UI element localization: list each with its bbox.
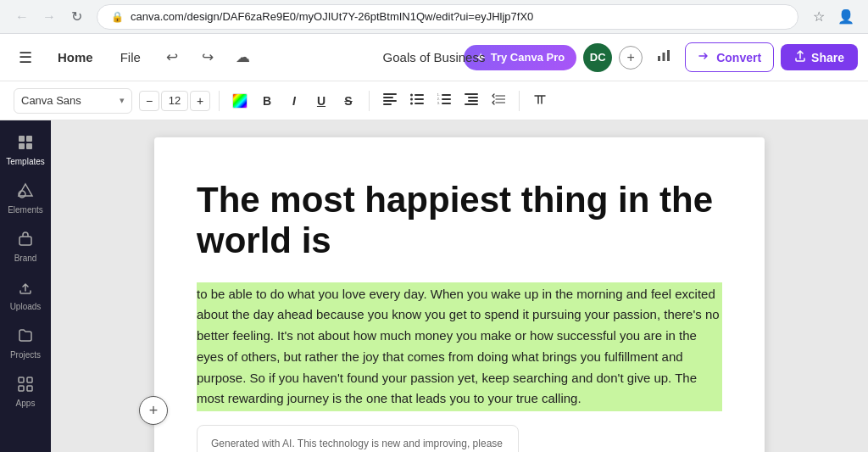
canvas-page: + The most happiest thing in the world i…: [154, 137, 765, 452]
sidebar-item-uploads[interactable]: Uploads: [3, 272, 48, 319]
star-button[interactable]: ☆: [807, 5, 831, 29]
italic-icon: I: [292, 94, 296, 108]
undo-button[interactable]: ↩: [158, 43, 186, 72]
uploads-label: Uploads: [10, 302, 42, 312]
toolbar-divider-2: [369, 91, 370, 111]
cloud-icon: ☁: [236, 48, 250, 66]
numbered-list-icon: 1. 2. 3.: [437, 93, 451, 108]
toolbar-divider-3: [519, 91, 520, 111]
address-bar[interactable]: 🔒 canva.com/design/DAF6zaRe9E0/myOJIUt7Y…: [97, 4, 798, 30]
browser-actions: ☆ 👤: [807, 5, 858, 29]
underline-button[interactable]: U: [309, 89, 333, 113]
font-size-controls: − +: [139, 91, 210, 111]
file-button[interactable]: File: [110, 45, 151, 70]
url-text: canva.com/design/DAF6zaRe9E0/myOJIUt7Y-2…: [131, 10, 784, 23]
font-size-input[interactable]: [161, 91, 188, 111]
svg-point-11: [410, 103, 413, 105]
sidebar-item-projects[interactable]: Projects: [3, 321, 48, 367]
svg-rect-1: [663, 53, 665, 61]
profile-button[interactable]: 👤: [834, 5, 858, 29]
canvas-area: + The most happiest thing in the world i…: [51, 120, 868, 452]
svg-rect-32: [19, 386, 24, 391]
try-canva-pro-label: Try Canva Pro: [491, 51, 565, 64]
add-account-button[interactable]: +: [619, 46, 643, 70]
svg-rect-18: [442, 103, 451, 104]
sidebar: Templates Elements Brand: [0, 120, 51, 452]
back-button[interactable]: ←: [10, 5, 34, 29]
svg-rect-33: [27, 386, 32, 391]
add-content-button[interactable]: +: [139, 396, 168, 425]
brand-label: Brand: [14, 254, 37, 264]
undo-icon: ↩: [166, 48, 178, 66]
italic-button[interactable]: I: [282, 89, 306, 113]
share-label: Share: [811, 51, 844, 64]
projects-label: Projects: [10, 350, 41, 360]
toolbar-divider-1: [219, 91, 220, 111]
uploads-icon: [17, 279, 34, 299]
svg-rect-12: [415, 103, 424, 104]
svg-rect-2: [667, 50, 670, 61]
text-format-button[interactable]: [528, 89, 552, 113]
svg-text:2.: 2.: [437, 98, 440, 101]
svg-rect-26: [26, 143, 32, 149]
svg-rect-19: [465, 93, 478, 95]
strikethrough-button[interactable]: S: [337, 89, 360, 113]
indent-button[interactable]: [459, 89, 483, 113]
cloud-sync-button[interactable]: ☁: [229, 43, 258, 72]
main-area: Templates Elements Brand: [0, 120, 868, 452]
font-family-selector[interactable]: Canva Sans ▾: [14, 88, 132, 114]
svg-rect-16: [442, 98, 451, 100]
app-container: ☰ Home File ↩ ↪ ☁ Goals of Business ✦ Tr…: [0, 34, 868, 452]
indent-icon: [465, 93, 478, 108]
templates-label: Templates: [6, 157, 45, 167]
forward-button[interactable]: →: [37, 5, 61, 29]
svg-rect-3: [383, 93, 397, 95]
svg-rect-0: [658, 56, 660, 61]
browser-nav-buttons: ← → ↻: [10, 5, 88, 29]
user-avatar[interactable]: DC: [583, 43, 612, 72]
bullet-list-icon: [410, 93, 424, 108]
align-left-button[interactable]: [378, 89, 402, 113]
redo-icon: ↪: [202, 48, 214, 66]
numbered-list-button[interactable]: 1. 2. 3.: [432, 89, 456, 113]
text-color-button[interactable]: [228, 89, 252, 113]
line-spacing-button[interactable]: [487, 89, 510, 113]
bold-button[interactable]: B: [255, 89, 279, 113]
font-size-increase-button[interactable]: +: [190, 91, 210, 111]
refresh-button[interactable]: ↻: [64, 5, 88, 29]
share-button[interactable]: Share: [781, 44, 858, 70]
svg-rect-14: [442, 94, 451, 96]
bullet-list-button[interactable]: [405, 89, 429, 113]
svg-point-7: [410, 94, 413, 97]
bold-icon: B: [263, 94, 271, 108]
svg-rect-10: [415, 98, 424, 100]
ai-disclaimer-box: Generated with AI. This technology is ne…: [197, 425, 519, 452]
hamburger-button[interactable]: ☰: [10, 42, 41, 73]
font-size-decrease-button[interactable]: −: [139, 91, 159, 111]
svg-rect-8: [415, 94, 424, 96]
line-spacing-icon: [492, 93, 505, 108]
sidebar-item-elements[interactable]: Elements: [3, 176, 48, 222]
page-body-text[interactable]: to be able to do what you love every day…: [197, 282, 722, 412]
sidebar-item-brand[interactable]: Brand: [3, 224, 48, 271]
convert-label: Convert: [716, 51, 761, 64]
apps-label: Apps: [16, 399, 36, 409]
color-swatch: [232, 93, 248, 109]
page-heading[interactable]: The most happiest thing in the world is: [197, 180, 722, 262]
font-family-value: Canva Sans: [21, 94, 81, 107]
share-icon: [794, 50, 806, 64]
convert-button[interactable]: Convert: [685, 42, 774, 72]
templates-icon: [17, 134, 34, 153]
analytics-button[interactable]: [649, 43, 678, 72]
home-button[interactable]: Home: [47, 45, 103, 70]
sidebar-item-templates[interactable]: Templates: [3, 127, 48, 174]
redo-button[interactable]: ↪: [193, 43, 222, 72]
browser-chrome: ← → ↻ 🔒 canva.com/design/DAF6zaRe9E0/myO…: [0, 0, 868, 34]
svg-rect-25: [19, 143, 25, 149]
sidebar-item-apps[interactable]: Apps: [3, 369, 48, 416]
align-left-icon: [383, 93, 397, 108]
svg-rect-24: [26, 136, 32, 142]
document-title: Goals of Business: [383, 50, 486, 64]
svg-rect-5: [383, 100, 397, 102]
elements-icon: [17, 182, 34, 202]
